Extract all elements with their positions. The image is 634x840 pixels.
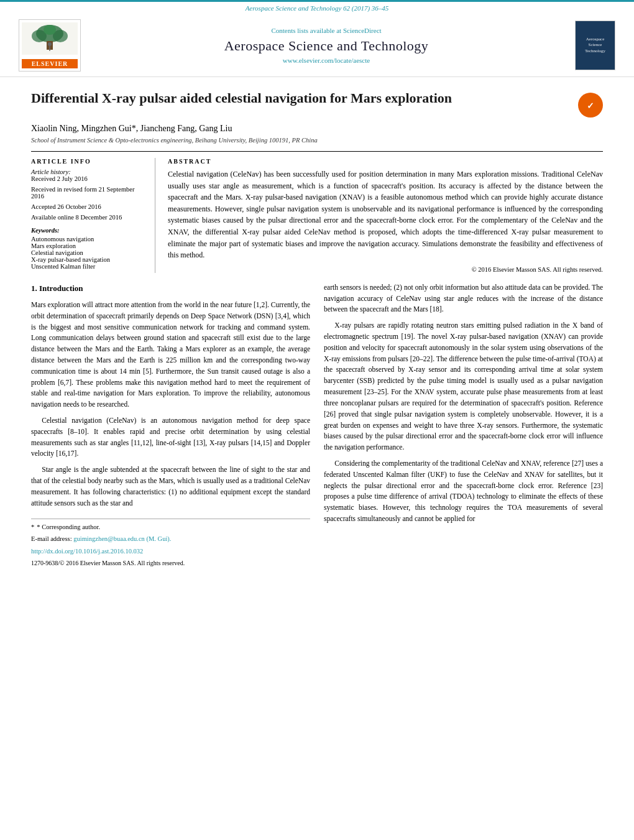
elsevier-tree-icon <box>22 22 78 55</box>
section1-heading: 1. Introduction <box>31 282 310 295</box>
received-date: Received 2 July 2016 <box>31 175 145 182</box>
body-right-para-3: Considering the complementarity of the t… <box>324 458 603 525</box>
ast-logo-text: AerospaceScienceTechnology <box>583 35 607 55</box>
contents-list-text: Contents lists available at ScienceDirec… <box>87 27 566 34</box>
journal-citation: Aerospace Science and Technology 62 (201… <box>246 4 389 12</box>
body-right-column: earth sensors is needed; (2) not only or… <box>324 282 603 568</box>
keyword-5: Unscented Kalman filter <box>31 263 145 270</box>
abstract-label: ABSTRACT <box>168 158 603 165</box>
accepted-date: Accepted 26 October 2016 <box>31 203 145 210</box>
svg-point-5 <box>44 25 56 35</box>
elsevier-brand-text: ELSEVIER <box>22 59 78 68</box>
abstract-column: ABSTRACT Celestial navigation (CeleNav) … <box>168 158 603 273</box>
svg-point-6 <box>48 42 52 46</box>
paper-content: Differential X-ray pulsar aided celestia… <box>0 77 634 581</box>
keyword-3: Celestial navigation <box>31 249 145 256</box>
keyword-2: Mars exploration <box>31 242 145 249</box>
journal-header: ELSEVIER Contents lists available at Sci… <box>0 14 634 77</box>
body-para-2: Celestial navigation (CeleNav) is an aut… <box>31 415 310 459</box>
elsevier-logo-area: ELSEVIER <box>19 19 87 72</box>
article-title-section: Differential X-ray pulsar aided celestia… <box>31 90 603 118</box>
keyword-1: Autonomous navigation <box>31 236 145 242</box>
star-symbol: * <box>31 522 34 532</box>
available-date: Available online 8 December 2016 <box>31 214 145 221</box>
body-left-column: 1. Introduction Mars exploration will at… <box>31 282 310 568</box>
keyword-4: X-ray pulsar-based navigation <box>31 256 145 263</box>
history-label: Article history: <box>31 168 145 175</box>
abstract-text: Celestial navigation (CeleNav) has been … <box>168 168 603 261</box>
svg-text:✓: ✓ <box>587 101 594 111</box>
crossmark-badge: ✓ <box>578 93 603 118</box>
star-note: * * Corresponding author. <box>31 522 310 532</box>
footnote-area: * * Corresponding author. E-mail address… <box>31 519 310 568</box>
body-para-1: Mars exploration will attract more atten… <box>31 300 310 410</box>
body-right-para-2: X-ray pulsars are rapidly rotating neutr… <box>324 320 603 453</box>
affiliation: School of Instrument Science & Opto-elec… <box>31 137 603 144</box>
article-info-label: ARTICLE INFO <box>31 158 145 165</box>
article-info-abstract-section: ARTICLE INFO Article history: Received 2… <box>31 151 603 273</box>
journal-title: Aerospace Science and Technology <box>87 38 566 54</box>
ast-logo-area: AerospaceScienceTechnology <box>566 21 615 70</box>
copyright-text: © 2016 Elsevier Masson SAS. All rights r… <box>168 266 603 273</box>
journal-url: www.elsevier.com/locate/aescte <box>87 57 566 64</box>
journal-center-info: Contents lists available at ScienceDirec… <box>87 27 566 64</box>
article-title: Differential X-ray pulsar aided celestia… <box>31 90 566 108</box>
revised-date: Received in revised form 21 September 20… <box>31 186 145 200</box>
crossmark-icon: ✓ <box>578 93 603 118</box>
body-right-para-1: earth sensors is needed; (2) not only or… <box>324 282 603 315</box>
authors: Xiaolin Ning, Mingzhen Gui*, Jiancheng F… <box>31 124 603 134</box>
keywords-label: Keywords: <box>31 227 145 234</box>
email-line: E-mail address: guimingzhen@buaa.edu.cn … <box>31 534 310 544</box>
issn-line: 1270-9638/© 2016 Elsevier Masson SAS. Al… <box>31 558 310 568</box>
top-band: Aerospace Science and Technology 62 (201… <box>0 0 634 14</box>
article-info-column: ARTICLE INFO Article history: Received 2… <box>31 158 155 273</box>
body-para-3: Star angle is the angle subtended at the… <box>31 464 310 509</box>
body-section: 1. Introduction Mars exploration will at… <box>31 282 603 568</box>
doi-link[interactable]: http://dx.doi.org/10.1016/j.ast.2016.10.… <box>31 547 310 556</box>
